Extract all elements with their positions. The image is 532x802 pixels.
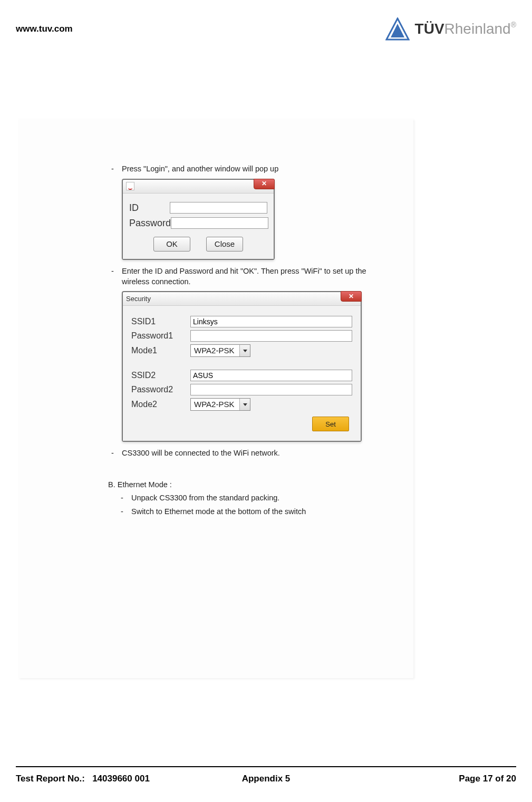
ssid1-row: SSID1 (131, 316, 352, 327)
password1-label: Password1 (131, 330, 190, 342)
password-input[interactable] (171, 217, 268, 229)
password2-input[interactable] (190, 384, 352, 395)
mode2-label: Mode2 (131, 399, 190, 410)
id-row: ID (129, 201, 267, 214)
chevron-down-icon (239, 345, 250, 356)
mode2-value: WPA2-PSK (191, 399, 239, 410)
close-icon[interactable]: ✕ (254, 179, 275, 189)
ok-button[interactable]: OK (153, 237, 190, 252)
section-b-title: B. Ethernet Mode : (108, 480, 392, 490)
ssid1-input[interactable] (190, 316, 352, 327)
registered-mark: ® (511, 21, 516, 29)
ssid1-label: SSID1 (131, 316, 190, 327)
header-url: www.tuv.com (16, 24, 73, 34)
mode1-row: Mode1 WPA2-PSK (131, 344, 352, 357)
password-label: Password (129, 217, 171, 229)
section-b: B. Ethernet Mode : Unpack CS3300 from th… (108, 480, 392, 517)
login-dialog-titlebar: ✕ (123, 180, 274, 194)
instruction-bullet: Press "Login", and another window will p… (108, 164, 392, 175)
mode1-value: WPA2-PSK (191, 345, 239, 356)
ssid2-label: SSID2 (131, 370, 190, 381)
brand-text: TÜVRheinland® (415, 21, 516, 37)
page-header: www.tuv.com TÜVRheinland® (0, 0, 532, 42)
tuv-logo: TÜVRheinland® (385, 17, 516, 41)
instruction-bullet: Switch to Ethernet mode at the bottom of… (118, 507, 392, 517)
java-icon (126, 182, 134, 190)
login-button-row: OK Close (129, 237, 267, 252)
password-row: Password (129, 217, 267, 229)
mode1-select[interactable]: WPA2-PSK (190, 344, 250, 357)
close-icon[interactable]: ✕ (341, 291, 362, 302)
security-dialog-body: SSID1 Password1 Mode1 WPA2-PSK SSID2 Pa (123, 306, 361, 441)
login-dialog: ✕ ID Password OK Close (122, 179, 275, 260)
password2-row: Password2 (131, 384, 352, 395)
set-row: Set (131, 413, 352, 432)
page-footer: Test Report No.: 14039660 001 Appendix 5… (16, 766, 516, 784)
svg-marker-1 (391, 24, 404, 37)
password1-row: Password1 (131, 330, 352, 342)
mode2-select[interactable]: WPA2-PSK (190, 398, 250, 411)
brand-light: Rheinland (444, 21, 511, 37)
security-dialog: Security ✕ SSID1 Password1 Mode1 WPA2-PS… (122, 291, 362, 442)
mode2-row: Mode2 WPA2-PSK (131, 398, 352, 411)
instruction-bullet: CS3300 will be connected to the WiFi net… (108, 448, 392, 459)
brand-bold: TÜV (415, 21, 444, 37)
mode1-label: Mode1 (131, 345, 190, 356)
document-body: Press "Login", and another window will p… (18, 119, 413, 678)
password1-input[interactable] (190, 330, 352, 342)
ssid2-input[interactable] (190, 370, 352, 381)
ssid2-row: SSID2 (131, 370, 352, 381)
security-dialog-title: Security (126, 294, 151, 304)
chevron-down-icon (239, 399, 250, 410)
login-dialog-body: ID Password OK Close (123, 194, 274, 259)
id-label: ID (129, 201, 170, 214)
footer-center: Appendix 5 (16, 774, 516, 784)
tuv-triangle-icon (385, 17, 410, 41)
set-button[interactable]: Set (312, 417, 349, 431)
security-dialog-titlebar: Security ✕ (123, 292, 361, 306)
id-input[interactable] (170, 202, 267, 214)
instruction-bullet: Unpack CS3300 from the standard packing. (118, 493, 392, 504)
instruction-bullet: Enter the ID and Password and hit "OK". … (108, 266, 392, 287)
password2-label: Password2 (131, 384, 190, 395)
close-button[interactable]: Close (206, 237, 243, 252)
